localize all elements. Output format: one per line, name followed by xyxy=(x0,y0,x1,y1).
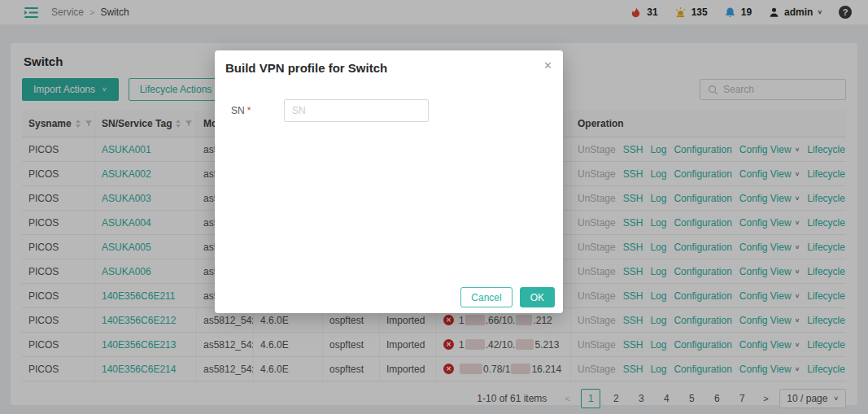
required-asterisk: * xyxy=(247,105,251,116)
app-window: Service > Switch 31 xyxy=(0,0,868,414)
modal-footer: Cancel OK xyxy=(460,287,555,307)
modal-body: SN* xyxy=(215,83,563,122)
build-vpn-profile-modal: Build VPN profile for Switch ✕ SN* Cance… xyxy=(215,50,563,313)
modal-header: Build VPN profile for Switch ✕ xyxy=(215,50,563,83)
ok-button[interactable]: OK xyxy=(520,287,555,307)
cancel-button[interactable]: Cancel xyxy=(460,287,512,307)
sn-input[interactable] xyxy=(284,99,429,122)
modal-title: Build VPN profile for Switch xyxy=(225,61,387,75)
close-icon[interactable]: ✕ xyxy=(543,59,552,72)
sn-field-label: SN* xyxy=(231,105,284,116)
